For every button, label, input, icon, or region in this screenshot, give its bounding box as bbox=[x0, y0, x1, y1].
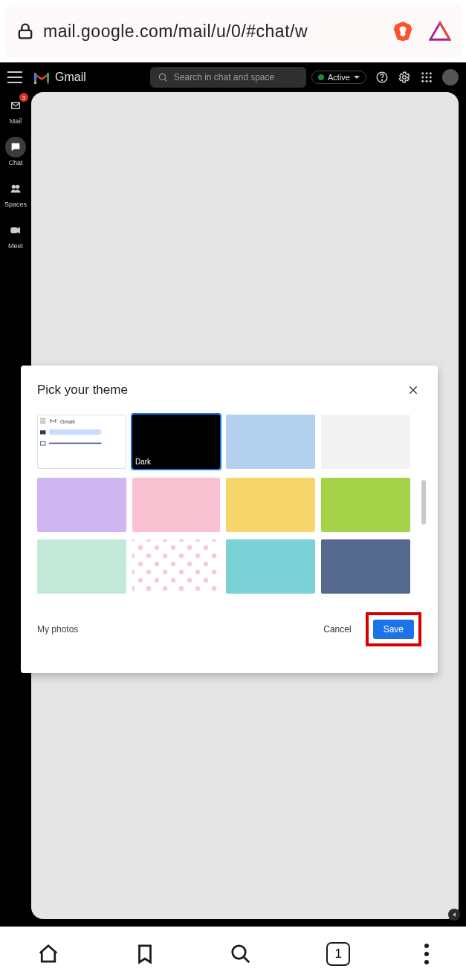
theme-default[interactable]: Gmail bbox=[37, 415, 126, 469]
theme-mustard[interactable] bbox=[226, 478, 315, 532]
lock-icon bbox=[15, 21, 36, 42]
close-icon bbox=[407, 384, 419, 396]
rail-meet[interactable]: Meet bbox=[5, 220, 26, 250]
status-chip[interactable]: Active bbox=[311, 71, 366, 84]
account-avatar[interactable] bbox=[442, 69, 459, 85]
app-body: 3 Mail Chat Spaces Meet Pick your them bbox=[0, 92, 466, 927]
brave-lion-icon[interactable] bbox=[392, 20, 414, 42]
theme-picker-dialog: Pick your theme Gmail bbox=[21, 366, 438, 673]
dialog-title: Pick your theme bbox=[37, 383, 128, 397]
theme-softgray[interactable] bbox=[321, 415, 410, 469]
theme-wasabi[interactable] bbox=[321, 478, 410, 532]
svg-point-10 bbox=[430, 77, 432, 79]
svg-point-3 bbox=[381, 79, 382, 80]
gmail-logo-icon bbox=[33, 71, 51, 84]
my-photos-link[interactable]: My photos bbox=[37, 624, 78, 635]
gmail-mini-logo-icon bbox=[49, 418, 57, 424]
rail-chat[interactable]: Chat bbox=[5, 137, 26, 166]
svg-rect-16 bbox=[11, 228, 17, 233]
home-icon[interactable] bbox=[37, 943, 59, 965]
theme-grid: Gmail Dark bbox=[37, 415, 421, 596]
help-icon[interactable] bbox=[375, 71, 389, 84]
rail-meet-label: Meet bbox=[8, 242, 23, 250]
status-label: Active bbox=[328, 73, 350, 82]
search-input[interactable]: Search in chat and space bbox=[150, 67, 306, 88]
svg-point-17 bbox=[233, 945, 246, 958]
tab-count: 1 bbox=[335, 947, 342, 961]
svg-point-14 bbox=[12, 185, 15, 188]
bookmark-icon[interactable] bbox=[134, 943, 156, 965]
save-button-highlight: Save bbox=[366, 612, 421, 646]
svg-point-11 bbox=[421, 80, 424, 82]
search-icon[interactable] bbox=[230, 943, 252, 965]
svg-point-4 bbox=[403, 76, 407, 79]
theme-default-label: Gmail bbox=[60, 418, 75, 424]
browser-url-bar[interactable]: mail.google.com/mail/u/0/#chat/w bbox=[4, 4, 462, 58]
svg-point-8 bbox=[421, 77, 424, 79]
svg-point-13 bbox=[430, 80, 432, 82]
theme-blue[interactable] bbox=[226, 415, 315, 469]
rail-mail[interactable]: 3 Mail bbox=[5, 95, 26, 125]
theme-dark-label: Dark bbox=[135, 458, 151, 466]
svg-rect-0 bbox=[19, 30, 31, 39]
rail-chat-label: Chat bbox=[8, 159, 22, 166]
search-icon bbox=[158, 72, 168, 82]
main-menu-button[interactable] bbox=[7, 71, 22, 83]
theme-rose[interactable] bbox=[132, 478, 220, 532]
tabs-button[interactable]: 1 bbox=[326, 942, 350, 966]
save-button[interactable]: Save bbox=[373, 620, 414, 639]
cancel-button[interactable]: Cancel bbox=[315, 619, 359, 640]
svg-point-12 bbox=[426, 80, 428, 82]
svg-point-9 bbox=[426, 77, 428, 79]
theme-cherry[interactable] bbox=[132, 539, 220, 594]
svg-point-15 bbox=[16, 185, 19, 188]
svg-point-6 bbox=[426, 72, 428, 74]
svg-point-1 bbox=[159, 74, 165, 79]
theme-mint[interactable] bbox=[37, 539, 126, 594]
browser-bottom-bar: 1 bbox=[0, 927, 466, 980]
rail-mail-label: Mail bbox=[10, 117, 22, 125]
gmail-topbar: Gmail Search in chat and space Active bbox=[0, 62, 466, 92]
brave-triangle-icon[interactable] bbox=[429, 20, 451, 42]
dialog-close-button[interactable] bbox=[405, 382, 421, 398]
svg-point-5 bbox=[421, 72, 424, 74]
rail-spaces-label: Spaces bbox=[4, 201, 27, 208]
overflow-menu-icon[interactable] bbox=[424, 944, 429, 964]
settings-gear-icon[interactable] bbox=[398, 71, 411, 84]
rail-spaces[interactable]: Spaces bbox=[4, 178, 27, 208]
url-text[interactable]: mail.google.com/mail/u/0/#chat/w bbox=[43, 22, 386, 42]
gmail-app: Gmail Search in chat and space Active 3 … bbox=[0, 62, 466, 927]
svg-point-7 bbox=[430, 72, 432, 74]
side-panel-toggle[interactable] bbox=[448, 909, 460, 921]
main-canvas: Pick your theme Gmail bbox=[31, 92, 459, 919]
theme-dark[interactable]: Dark bbox=[132, 415, 220, 469]
theme-aqua[interactable] bbox=[226, 539, 315, 594]
theme-dusk[interactable] bbox=[321, 539, 410, 594]
search-placeholder: Search in chat and space bbox=[174, 72, 274, 82]
theme-grid-scrollbar[interactable] bbox=[421, 480, 426, 525]
product-name: Gmail bbox=[55, 71, 86, 84]
mail-badge: 3 bbox=[19, 93, 28, 102]
apps-grid-icon[interactable] bbox=[420, 71, 433, 84]
theme-lavender[interactable] bbox=[37, 478, 126, 532]
